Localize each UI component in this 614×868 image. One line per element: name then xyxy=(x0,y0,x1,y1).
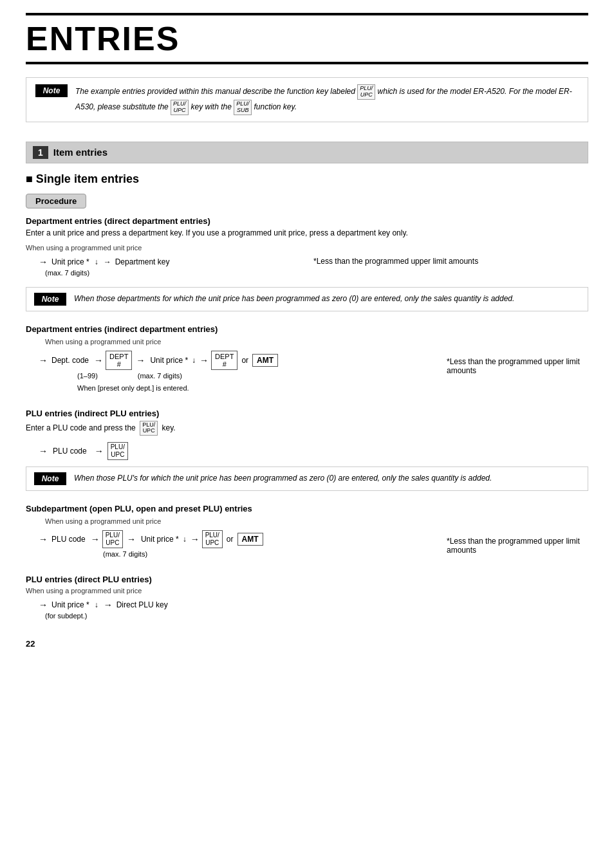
down-arrow-3: ↓ xyxy=(183,535,187,544)
down-arrow-1: ↓ xyxy=(95,257,98,266)
max-digits-2: (max. 7 digits) xyxy=(138,372,182,380)
down-arrow-4: ↓ xyxy=(95,600,98,609)
direct-plu-key-label: Direct PLU key xyxy=(116,600,168,609)
range-label: (1–99) xyxy=(77,372,98,380)
dept-indirect-when-prog: When using a programmed unit price xyxy=(45,338,434,346)
plu-upc-box-2: PLU/UPC xyxy=(102,530,123,548)
plu-indirect-heading: PLU entries (indirect PLU entries) xyxy=(26,409,588,418)
note-box-2: Note When those departments for which th… xyxy=(26,287,588,311)
less-than-2a: *Less than the programmed upper limit xyxy=(447,357,580,366)
dept-direct-flow-line: → Unit price * ↓ → Department key xyxy=(39,257,301,267)
arrow-2: → xyxy=(94,355,103,365)
less-than-3b: amounts xyxy=(447,546,476,555)
arrow-4: → xyxy=(200,355,209,365)
plu-direct-flow: → Unit price * ↓ → Direct PLU key (for s… xyxy=(39,600,588,620)
max-digits-3: (max. 7 digits) xyxy=(103,550,147,558)
dept-key-box-1: DEPT# xyxy=(106,351,132,370)
plu-direct-when-prog: When using a programmed unit price xyxy=(26,587,588,595)
or-label-1: or xyxy=(241,356,248,365)
dept-indirect-flow: → Dept. code → DEPT# → Unit price * ↓ → … xyxy=(39,351,434,392)
unit-price-label-2: Unit price * xyxy=(150,356,188,365)
dept-key-label-1: → xyxy=(104,257,111,266)
start-arrow-2: → xyxy=(39,355,48,365)
start-arrow-4: → xyxy=(39,534,48,544)
subdept-section: Subdepartment (open PLU, open and preset… xyxy=(26,504,588,562)
plu-direct-heading: PLU entries (direct PLU entries) xyxy=(26,575,588,584)
for-subdept-label: (for subdept.) xyxy=(45,612,87,620)
plu-indirect-section: PLU entries (indirect PLU entries) Enter… xyxy=(26,409,588,492)
dept-direct-diagram: When using a programmed unit price → Uni… xyxy=(26,244,588,281)
section-title-1: Item entries xyxy=(53,147,107,158)
dept-indirect-left: When using a programmed unit price → Dep… xyxy=(26,338,434,396)
arrow-9: → xyxy=(104,600,113,610)
start-arrow-3: → xyxy=(39,446,48,456)
note-text-1: The example entries provided within this… xyxy=(75,84,579,115)
amt-key-2: AMT xyxy=(237,533,263,546)
arrow-7: → xyxy=(127,534,136,544)
less-than-1: *Less than the programmed upper limit am… xyxy=(313,257,478,266)
arrow-8: → xyxy=(191,534,200,544)
dept-direct-left: When using a programmed unit price → Uni… xyxy=(26,244,301,281)
dept-direct-desc: Enter a unit price and press a departmen… xyxy=(26,228,588,237)
plu-code-label-2: PLU code xyxy=(51,535,86,544)
plu-upc-box-1: PLU/UPC xyxy=(107,442,128,460)
or-label-2: or xyxy=(227,535,234,544)
plu-direct-sub: (for subdept.) xyxy=(45,612,588,620)
note-box-1: Note The example entries provided within… xyxy=(26,77,588,122)
procedure-button: Procedure xyxy=(26,194,86,208)
subdept-heading: Subdepartment (open PLU, open and preset… xyxy=(26,504,588,513)
arrow-5: → xyxy=(95,446,104,456)
unit-price-label-3: Unit price * xyxy=(141,535,179,544)
plu-upc-key-2: PLU/UPC xyxy=(171,100,189,115)
subdept-flow-line: → PLU code → PLU/UPC → Unit price * ↓ → … xyxy=(39,530,434,548)
unit-price-label-4: Unit price * xyxy=(51,600,89,609)
dept-indirect-section: Department entries (indirect department … xyxy=(26,324,588,396)
plu-indirect-flow-line: → PLU code → PLU/UPC xyxy=(39,442,588,460)
dept-indirect-diagram: When using a programmed unit price → Dep… xyxy=(26,338,588,396)
less-than-3a: *Less than the programmed upper limit xyxy=(447,537,580,546)
page-title: ENTRIES xyxy=(26,13,588,64)
dept-indirect-flow-line-2: (1–99) (max. 7 digits) xyxy=(77,372,434,380)
dept-direct-sub: (max. 7 digits) xyxy=(45,269,301,277)
amt-key-1: AMT xyxy=(252,354,278,367)
subdept-diagram: When using a programmed unit price → PLU… xyxy=(26,517,588,562)
plu-code-label-1: PLU code xyxy=(53,447,87,456)
dept-direct-when-prog: When using a programmed unit price xyxy=(26,244,301,252)
note-box-3: Note When those PLU's for which the unit… xyxy=(26,466,588,491)
dept-indirect-heading: Department entries (indirect department … xyxy=(26,324,588,334)
page-number: 22 xyxy=(26,639,588,649)
dept-indirect-right: *Less than the programmed upper limit am… xyxy=(447,338,588,375)
dept-direct-right: *Less than the programmed upper limit am… xyxy=(313,244,588,266)
note-label-2: Note xyxy=(34,293,66,306)
plu-sub-key: PLU/SUB xyxy=(234,100,252,115)
plu-desc-post: key. xyxy=(162,423,175,432)
subdept-when-prog: When using a programmed unit price xyxy=(45,517,434,525)
dept-indirect-flow-line-1: → Dept. code → DEPT# → Unit price * ↓ → … xyxy=(39,351,434,370)
max-digits-1: (max. 7 digits) xyxy=(45,269,89,277)
plu-upc-key-3: PLU/UPC xyxy=(140,421,158,436)
section-number-1: 1 xyxy=(33,146,48,159)
arrow-3: → xyxy=(136,355,145,365)
plu-direct-section: PLU entries (direct PLU entries) When us… xyxy=(26,575,588,620)
note-text-2: When those departments for which the uni… xyxy=(74,293,514,304)
when-preset-label: When [preset only dept.] is entered. xyxy=(77,384,189,392)
section-header-1: 1 Item entries xyxy=(26,142,588,163)
unit-price-label-1: Unit price * xyxy=(51,257,89,266)
less-than-2b: amounts xyxy=(447,366,476,375)
subdept-left: When using a programmed unit price → PLU… xyxy=(26,517,434,562)
start-arrow-5: → xyxy=(39,600,48,610)
plu-indirect-flow: → PLU code → PLU/UPC xyxy=(39,442,588,460)
dept-indirect-flow-line-3: When [preset only dept.] is entered. xyxy=(77,382,434,392)
start-arrow-1: → xyxy=(39,257,48,267)
subdept-right: *Less than the programmed upper limit am… xyxy=(447,517,588,555)
plu-direct-flow-line: → Unit price * ↓ → Direct PLU key xyxy=(39,600,588,610)
dept-key-text-1: Department key xyxy=(115,257,170,266)
note-text-3: When those PLU's for which the unit pric… xyxy=(74,472,492,484)
dept-key-box-2: DEPT# xyxy=(211,351,237,370)
plu-indirect-desc: Enter a PLU code and press the PLU/UPC k… xyxy=(26,421,588,436)
plu-upc-box-3: PLU/UPC xyxy=(202,530,223,548)
note-label-3: Note xyxy=(34,472,66,485)
note-label-1: Note xyxy=(35,84,68,97)
plu-upc-key-1: PLU/UPC xyxy=(357,84,375,100)
dept-direct-section: Department entries (direct department en… xyxy=(26,216,588,311)
